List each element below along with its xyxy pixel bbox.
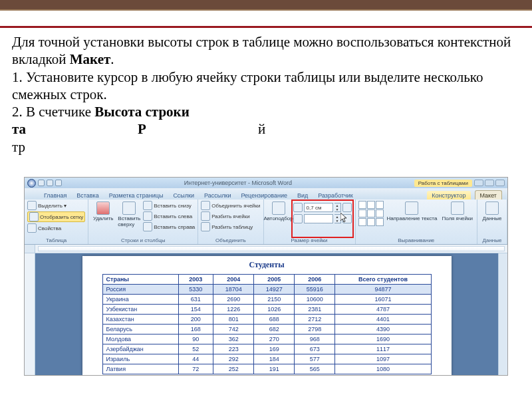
minimize-button[interactable] [474, 180, 483, 186]
insert-left-button[interactable]: Вставить слева [143, 211, 195, 221]
width-spinner[interactable]: ▲▼ [334, 214, 341, 223]
row-height-control[interactable]: 0,7 см▲▼ [293, 203, 352, 212]
table-cell[interactable]: Молдова [102, 334, 178, 344]
table-cell[interactable]: 1097 [335, 354, 431, 364]
vertical-scrollbar[interactable] [498, 253, 507, 375]
autofit-button[interactable]: Автоподбор [267, 201, 291, 237]
table-cell[interactable]: 2381 [295, 305, 335, 315]
table-row[interactable]: Латвия722521915651080 [102, 364, 431, 374]
table-cell[interactable]: 223 [213, 344, 254, 354]
data-button[interactable]: Данные [480, 201, 504, 237]
table-cell[interactable]: 2712 [295, 315, 335, 325]
merge-cells-button[interactable]: Объединить ячейки [201, 201, 260, 210]
table-cell[interactable]: Латвия [102, 364, 178, 374]
table-cell[interactable]: 673 [295, 344, 335, 354]
table-row[interactable]: Узбекистан1541226102623814787 [102, 305, 431, 315]
table-cell[interactable]: 168 [178, 325, 213, 334]
table-cell[interactable]: 362 [213, 334, 254, 344]
table-cell[interactable]: 2798 [295, 325, 335, 334]
table-cell[interactable]: 292 [213, 354, 254, 364]
tab-layout[interactable]: Макет [475, 190, 502, 200]
select-button[interactable]: Выделить ▾ [27, 201, 85, 210]
table-cell[interactable]: 631 [178, 295, 213, 305]
table-cell[interactable]: 252 [213, 364, 254, 374]
table-row[interactable]: Украина631269021501060016071 [102, 295, 431, 305]
table-cell[interactable]: 16071 [335, 295, 431, 305]
table-row[interactable]: Азербайджан522231696731117 [102, 344, 431, 354]
table-cell[interactable]: 1226 [213, 305, 254, 315]
table-cell[interactable]: 5330 [178, 285, 213, 295]
table-cell[interactable]: 1690 [335, 334, 431, 344]
insert-right-button[interactable]: Вставить справа [143, 222, 195, 231]
table-cell[interactable]: 4787 [335, 305, 431, 315]
table-row[interactable]: Молдова903622709681690 [102, 334, 431, 344]
table-cell[interactable]: Израиль [102, 354, 178, 364]
table-row[interactable]: Беларусь16874268227984390 [102, 325, 431, 334]
table-row[interactable]: Казахстан20080168827124401 [102, 315, 431, 325]
table-cell[interactable]: 577 [295, 354, 335, 364]
tab-references[interactable]: Ссылки [168, 191, 199, 200]
table-cell[interactable]: 1117 [335, 344, 431, 354]
tab-developer[interactable]: Разработчик [313, 191, 357, 200]
row-height-input[interactable]: 0,7 см [304, 203, 333, 212]
table-cell[interactable]: 55916 [295, 285, 335, 295]
insert-below-button[interactable]: Вставить снизу [143, 201, 195, 210]
alignment-grid[interactable] [358, 201, 384, 237]
table-cell[interactable]: 968 [295, 334, 335, 344]
table-cell[interactable]: 18704 [213, 285, 254, 295]
table-cell[interactable]: Узбекистан [102, 305, 178, 315]
table-cell[interactable]: 270 [254, 334, 295, 344]
table-cell[interactable]: 688 [254, 315, 295, 325]
tab-view[interactable]: Вид [293, 191, 313, 200]
delete-button[interactable]: Удалить [91, 201, 115, 237]
table-row[interactable]: Россия533018704149275591694877 [102, 285, 431, 295]
table-cell[interactable]: Украина [102, 295, 178, 305]
table-cell[interactable]: 90 [178, 334, 213, 344]
table-cell[interactable]: 4401 [335, 315, 431, 325]
qat-undo-icon[interactable] [47, 180, 53, 186]
cell-margins-button[interactable]: Поля ячейки [440, 201, 474, 237]
maximize-button[interactable] [485, 180, 494, 186]
tab-design[interactable]: Конструктор [427, 191, 470, 200]
vertical-ruler[interactable] [25, 253, 35, 375]
table-row[interactable]: Израиль442921845771097 [102, 354, 431, 364]
page-viewport[interactable]: Студенты Страны 2003 2004 2005 2006 Всег… [35, 253, 498, 375]
table-cell[interactable]: 191 [254, 364, 295, 374]
table-cell[interactable]: 1080 [335, 364, 431, 374]
distribute-cols-icon[interactable] [342, 214, 352, 223]
table-cell[interactable]: 184 [254, 354, 295, 364]
height-spinner[interactable]: ▲▼ [334, 203, 341, 212]
col-width-control[interactable]: ▲▼ [293, 214, 352, 223]
split-table-button[interactable]: Разбить таблицу [201, 222, 260, 231]
text-direction-button[interactable]: Направление текста [386, 201, 439, 237]
table-cell[interactable]: 2150 [254, 295, 295, 305]
table-cell[interactable]: 565 [295, 364, 335, 374]
insert-above-button[interactable]: Вставить сверху [117, 201, 141, 237]
table-cell[interactable]: 742 [213, 325, 254, 334]
split-cells-button[interactable]: Разбить ячейки [201, 211, 260, 221]
tab-mailings[interactable]: Рассылки [200, 191, 235, 200]
table-cell[interactable]: 72 [178, 364, 213, 374]
table-cell[interactable]: 682 [254, 325, 295, 334]
table-cell[interactable]: 169 [254, 344, 295, 354]
tab-review[interactable]: Рецензирование [236, 191, 292, 200]
office-button[interactable] [27, 179, 36, 188]
table-cell[interactable]: Казахстан [102, 315, 178, 325]
qat-save-icon[interactable] [38, 180, 45, 186]
distribute-rows-icon[interactable] [342, 203, 352, 212]
table-cell[interactable]: Россия [102, 285, 178, 295]
tab-home[interactable]: Главная [39, 191, 71, 200]
table-cell[interactable]: 94877 [335, 285, 431, 295]
table-cell[interactable]: 154 [178, 305, 213, 315]
table-cell[interactable]: 1026 [254, 305, 295, 315]
table-cell[interactable]: 44 [178, 354, 213, 364]
table-cell[interactable]: 2690 [213, 295, 254, 305]
tab-insert[interactable]: Вставка [72, 191, 103, 200]
table-cell[interactable]: Беларусь [102, 325, 178, 334]
table-cell[interactable]: 4390 [335, 325, 431, 334]
table-cell[interactable]: 52 [178, 344, 213, 354]
col-width-input[interactable] [304, 214, 333, 223]
ruler-strip[interactable] [38, 246, 505, 251]
qat-redo-icon[interactable] [55, 180, 62, 186]
tab-page-layout[interactable]: Разметка страницы [104, 191, 168, 200]
